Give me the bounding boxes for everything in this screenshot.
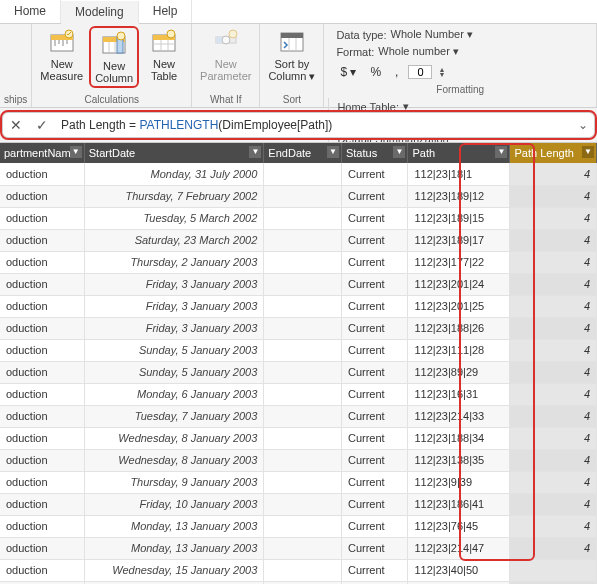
col-header-department[interactable]: partmentName▼ [0,143,84,163]
cell-enddate [264,317,342,339]
cell-enddate [264,405,342,427]
cell-path: 112|23|189|12 [408,185,510,207]
cell-status: Current [341,559,408,581]
cell-pathlength: 4 [510,295,597,317]
formula-expand-button[interactable]: ⌄ [572,118,594,132]
cell-path: 112|23|9|39 [408,471,510,493]
table-row[interactable]: oductionFriday, 3 January 2003Current112… [0,273,597,295]
cell-startdate: Tuesday, 5 March 2002 [84,207,264,229]
filter-icon[interactable]: ▼ [582,146,594,158]
filter-icon[interactable]: ▼ [327,146,339,158]
filter-icon[interactable]: ▼ [70,146,82,158]
decimal-places-input[interactable] [408,65,432,79]
cell-enddate [264,515,342,537]
cell-pathlength: 4 [510,471,597,493]
format-dropdown[interactable]: Format: Whole number ▾ [336,45,584,58]
cell-startdate: Thursday, 9 January 2003 [84,471,264,493]
tab-modeling[interactable]: Modeling [61,1,139,24]
cell-enddate [264,361,342,383]
decimal-spinner[interactable]: ▲▼ [438,67,445,77]
cell-status: Current [341,163,408,185]
table-row[interactable]: oductionFriday, 10 January 2003Current11… [0,493,597,515]
new-measure-button[interactable]: New Measure [36,26,87,84]
filter-icon[interactable]: ▼ [495,146,507,158]
table-row[interactable]: oductionMonday, 31 July 2000Current112|2… [0,163,597,185]
cell-pathlength: 4 [510,383,597,405]
col-header-pathlength[interactable]: Path Length▼ [510,143,597,163]
cell-pathlength: 4 [510,515,597,537]
cell-status: Current [341,207,408,229]
cell-status: Current [341,405,408,427]
cell-startdate: Friday, 3 January 2003 [84,317,264,339]
cell-status: Current [341,361,408,383]
formula-input[interactable]: Path Length = PATHLENGTH(DimEmployee[Pat… [55,116,572,134]
cell-status: Current [341,229,408,251]
table-row[interactable]: oductionThursday, 7 February 2002Current… [0,185,597,207]
cell-pathlength: 4 [510,185,597,207]
col-header-startdate[interactable]: StartDate▼ [84,143,264,163]
cell-pathlength: 4 [510,405,597,427]
cell-department: oduction [0,163,84,185]
col-header-enddate[interactable]: EndDate▼ [264,143,342,163]
data-grid: partmentName▼ StartDate▼ EndDate▼ Status… [0,142,597,584]
cell-department: oduction [0,229,84,251]
cell-status: Current [341,427,408,449]
column-icon [100,30,128,58]
datatype-dropdown[interactable]: Data type: Whole Number ▾ [336,28,584,41]
cell-startdate: Thursday, 2 January 2003 [84,251,264,273]
cell-pathlength: 4 [510,163,597,185]
tab-help[interactable]: Help [139,0,193,23]
table-row[interactable]: oductionFriday, 3 January 2003Current112… [0,317,597,339]
table-row[interactable]: oductionWednesday, 8 January 2003Current… [0,427,597,449]
filter-icon[interactable]: ▼ [249,146,261,158]
cell-path: 112|23|76|45 [408,515,510,537]
table-row[interactable]: oductionTuesday, 7 January 2003Current11… [0,405,597,427]
sort-by-column-button[interactable]: Sort by Column ▾ [264,26,319,84]
table-row[interactable]: oductionMonday, 13 January 2003Current11… [0,537,597,559]
new-column-button[interactable]: New Column [89,26,139,88]
cell-status: Current [341,449,408,471]
svg-rect-15 [281,33,303,38]
new-table-button[interactable]: New Table [141,26,187,84]
cell-department: oduction [0,251,84,273]
currency-format-button[interactable]: $ ▾ [336,64,360,80]
table-row[interactable]: oductionFriday, 3 January 2003Current112… [0,295,597,317]
cell-enddate [264,295,342,317]
cell-path: 112|23|177|22 [408,251,510,273]
table-row[interactable]: oductionThursday, 9 January 2003Current1… [0,471,597,493]
table-row[interactable]: oductionThursday, 2 January 2003Current1… [0,251,597,273]
table-row[interactable]: oductionMonday, 13 January 2003Current11… [0,515,597,537]
col-header-path[interactable]: Path▼ [408,143,510,163]
parameter-icon [212,28,240,56]
formula-cancel-button[interactable]: ✕ [3,117,29,133]
cell-pathlength: 4 [510,317,597,339]
col-header-status[interactable]: Status▼ [341,143,408,163]
cell-department: oduction [0,427,84,449]
cell-enddate [264,185,342,207]
cell-enddate [264,383,342,405]
cell-path: 112|23|214|33 [408,405,510,427]
table-row[interactable]: oductionSunday, 5 January 2003Current112… [0,361,597,383]
percent-format-button[interactable]: % [366,64,385,80]
measure-icon [48,28,76,56]
cell-pathlength: 4 [510,449,597,471]
tab-home[interactable]: Home [0,0,61,23]
sort-icon [278,28,306,56]
group-calculations-label: Calculations [36,94,187,106]
formula-bar: ✕ ✓ Path Length = PATHLENGTH(DimEmployee… [2,112,595,138]
table-row[interactable]: oductionSaturday, 23 March 2002Current11… [0,229,597,251]
comma-format-button[interactable]: , [391,64,402,80]
table-row[interactable]: oductionWednesday, 15 January 2003Curren… [0,559,597,581]
table-row[interactable]: oductionTuesday, 5 March 2002Current112|… [0,207,597,229]
cell-path: 112|23|201|24 [408,273,510,295]
cell-pathlength: 4 [510,251,597,273]
formula-commit-button[interactable]: ✓ [29,117,55,133]
table-row[interactable]: oductionSunday, 5 January 2003Current112… [0,339,597,361]
group-relationships-label: ships [4,94,27,106]
cell-enddate [264,251,342,273]
table-icon [150,28,178,56]
table-row[interactable]: oductionWednesday, 8 January 2003Current… [0,449,597,471]
table-row[interactable]: oductionMonday, 6 January 2003Current112… [0,383,597,405]
cell-startdate: Friday, 3 January 2003 [84,273,264,295]
filter-icon[interactable]: ▼ [393,146,405,158]
